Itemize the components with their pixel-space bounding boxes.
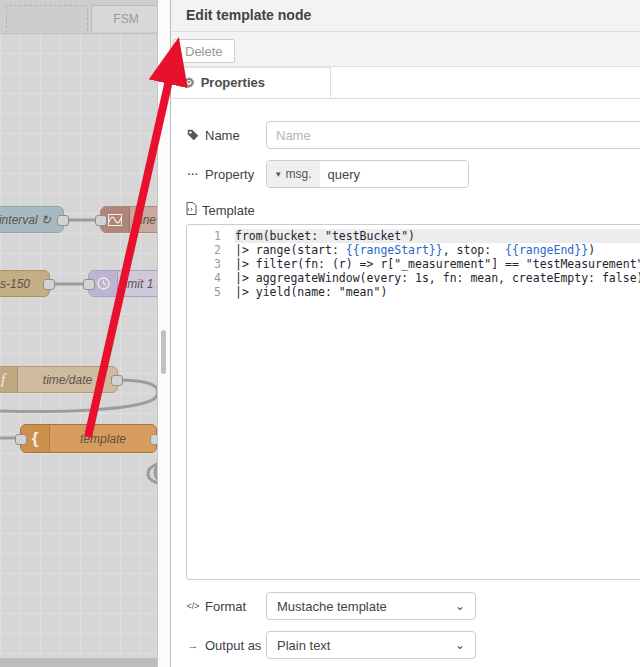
- edit-tray: Edit template node Delete ⚙Properties Na…: [170, 0, 640, 667]
- canvas-horizontal-scrollbar[interactable]: [0, 658, 157, 667]
- format-row: </> Format Mustache template ⌄: [186, 592, 640, 620]
- node-timedate-output-port[interactable]: [111, 375, 123, 386]
- chevron-down-icon: ⌄: [455, 638, 465, 652]
- name-label: Name: [186, 128, 266, 143]
- gear-icon: ⚙: [183, 75, 195, 90]
- canvas-vertical-scrollbar-thumb[interactable]: [161, 330, 166, 374]
- tag-icon: [186, 129, 200, 141]
- tray-toolbar: Delete: [171, 32, 640, 67]
- name-row: Name: [186, 121, 640, 149]
- node-sinewave-input-port[interactable]: [95, 215, 107, 226]
- node-red-window: FSM interval ↻ sineWave: [0, 0, 640, 667]
- code-line[interactable]: 1from(bucket: "testBucket"): [187, 229, 640, 243]
- code-icon: </>: [186, 601, 200, 611]
- code-line[interactable]: 3|> filter(fn: (r) => r["_measurement"] …: [187, 257, 640, 271]
- delete-button[interactable]: Delete: [173, 39, 235, 63]
- dialog-title: Edit template node: [171, 0, 640, 32]
- caret-down-icon: ▾: [276, 169, 281, 179]
- canvas-vertical-scrollbar[interactable]: [157, 0, 170, 667]
- tab-properties-label: Properties: [201, 75, 265, 90]
- file-code-icon: [186, 202, 197, 218]
- flow-canvas[interactable]: FSM interval ↻ sineWave: [0, 0, 170, 667]
- code-line[interactable]: 4|> aggregateWindow(every: 1s, fn: mean,…: [187, 271, 640, 285]
- chevron-down-icon: ⌄: [455, 599, 465, 613]
- output-select-value: Plain text: [277, 638, 330, 653]
- name-input[interactable]: [266, 121, 640, 149]
- property-type-label: msg.: [286, 167, 312, 181]
- format-label: </> Format: [186, 599, 266, 614]
- function-icon: f: [0, 367, 18, 392]
- flow-wires: [0, 0, 170, 667]
- output-label: → Output as: [186, 638, 266, 653]
- code-line[interactable]: 5|> yield(name: "mean"): [187, 285, 640, 299]
- node-interval-output-port[interactable]: [57, 215, 69, 226]
- tab-properties[interactable]: ⚙Properties: [171, 67, 331, 98]
- node-template-input-port[interactable]: [15, 434, 27, 445]
- ellipsis-icon: ···: [186, 168, 200, 180]
- node-s150-output-port[interactable]: [43, 279, 55, 290]
- property-row: ··· Property ▾ msg. query: [186, 160, 640, 188]
- code-line[interactable]: 2|> range(start: {{rangeStart}}, stop: {…: [187, 243, 640, 257]
- template-code-editor[interactable]: 1from(bucket: "testBucket")2|> range(sta…: [186, 224, 640, 580]
- format-select-value: Mustache template: [277, 599, 387, 614]
- node-timedate[interactable]: f time/date: [0, 366, 118, 393]
- format-select[interactable]: Mustache template ⌄: [266, 592, 476, 620]
- property-typed-input[interactable]: ▾ msg. query: [266, 160, 469, 188]
- properties-form: Name ··· Property ▾ msg. query: [171, 99, 640, 659]
- arrow-right-icon: →: [186, 639, 200, 651]
- node-limit-input-port[interactable]: [83, 279, 95, 290]
- output-row: → Output as Plain text ⌄: [186, 631, 640, 659]
- property-value-input[interactable]: query: [320, 161, 468, 187]
- template-label: Template: [186, 202, 640, 218]
- dialog-tabbar: ⚙Properties: [171, 67, 640, 99]
- node-interval[interactable]: interval ↻: [0, 206, 64, 233]
- property-label: ··· Property: [186, 167, 266, 182]
- node-template[interactable]: { template: [20, 424, 157, 453]
- output-select[interactable]: Plain text ⌄: [266, 631, 476, 659]
- node-s150[interactable]: s-150: [0, 270, 50, 297]
- property-type-selector[interactable]: ▾ msg.: [267, 161, 320, 187]
